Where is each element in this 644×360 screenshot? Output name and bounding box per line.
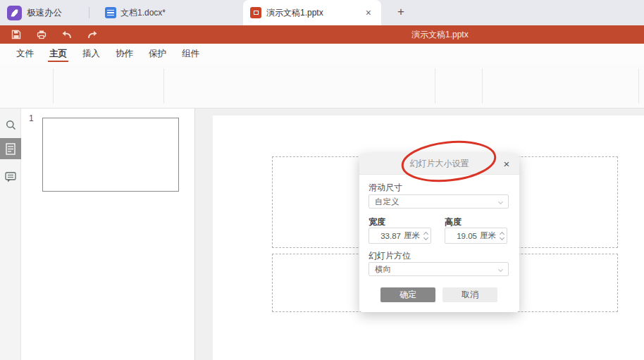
ribbon-separator — [435, 68, 435, 104]
quick-access-bar: 演示文稿1.pptx — [0, 25, 644, 44]
menu-protect[interactable]: 保护 — [141, 44, 174, 63]
search-button[interactable] — [0, 114, 21, 135]
ribbon: 粘贴 添加幻灯片 版式 放映 B I U A X² X₂ A A — [0, 63, 644, 108]
menu-bar: 文件 主页 插入 协作 保护 组件 — [0, 44, 644, 63]
slide-thumbnail[interactable] — [42, 118, 179, 192]
orientation-select[interactable]: 横向 — [369, 262, 509, 276]
rocket-icon — [10, 8, 19, 18]
menu-collaborate[interactable]: 协作 — [108, 44, 141, 63]
height-label: 高度 — [445, 216, 462, 228]
tab-bar: 极速办公 文档1.docx* 演示文稿1.pptx × + — [0, 0, 644, 25]
menu-file[interactable]: 文件 — [8, 44, 42, 63]
ribbon-separator — [53, 68, 54, 104]
ribbon-separator — [482, 68, 483, 104]
undo-button[interactable] — [58, 27, 76, 42]
width-stepper[interactable] — [423, 232, 428, 240]
tab-document-label: 文档1.docx* — [120, 7, 166, 19]
width-input[interactable]: 33.87 厘米 — [369, 228, 431, 244]
slides-panel-icon — [6, 143, 16, 155]
comment-icon — [5, 172, 16, 182]
left-tool-strip — [0, 108, 21, 360]
chevron-down-icon — [498, 199, 503, 204]
app-name: 极速办公 — [27, 7, 62, 19]
dialog-titlebar: 幻灯片大小设置 × — [359, 154, 519, 175]
print-button[interactable] — [32, 27, 51, 42]
width-label: 宽度 — [369, 216, 385, 228]
save-button[interactable] — [7, 27, 25, 42]
document-title: 演示文稿1.pptx — [411, 29, 469, 41]
menu-insert[interactable]: 插入 — [75, 44, 108, 63]
save-icon — [11, 30, 21, 39]
orientation-value: 横向 — [375, 264, 391, 275]
tab-presentation-active[interactable]: 演示文稿1.pptx × — [243, 0, 381, 25]
divider — [89, 7, 89, 18]
undo-icon — [61, 30, 73, 39]
height-unit: 厘米 — [480, 230, 496, 241]
height-stepper[interactable] — [499, 232, 504, 240]
slides-panel-button[interactable] — [0, 138, 21, 159]
size-preset-select[interactable]: 自定义 — [369, 194, 509, 209]
chevron-down-icon — [498, 266, 503, 271]
tab-document[interactable]: 文档1.docx* — [105, 7, 166, 19]
redo-button[interactable] — [83, 27, 101, 42]
dialog-close-icon[interactable]: × — [500, 158, 513, 170]
menu-components[interactable]: 组件 — [174, 44, 207, 63]
redo-icon — [87, 30, 98, 39]
step-down-icon[interactable] — [500, 235, 504, 240]
new-tab-button[interactable]: + — [392, 3, 410, 21]
comments-button[interactable] — [0, 166, 21, 187]
print-icon — [37, 30, 47, 39]
slide-number: 1 — [29, 113, 34, 123]
ppt-doc-icon — [250, 7, 261, 18]
menu-home[interactable]: 主页 — [42, 44, 75, 63]
orientation-label: 幻灯片方位 — [369, 250, 411, 262]
step-down-icon[interactable] — [423, 235, 428, 240]
ribbon-separator — [638, 68, 639, 104]
size-preset-label: 滑动尺寸 — [369, 182, 402, 194]
search-icon — [6, 120, 16, 130]
tab-close-icon[interactable]: × — [363, 7, 374, 18]
ribbon-separator — [163, 68, 164, 104]
height-value: 19.05 — [457, 232, 477, 240]
height-input[interactable]: 19.05 厘米 — [445, 228, 507, 244]
cancel-button[interactable]: 取消 — [442, 287, 497, 302]
width-unit: 厘米 — [404, 230, 420, 241]
width-value: 33.87 — [380, 232, 401, 240]
slide-size-dialog: 幻灯片大小设置 × 滑动尺寸 自定义 宽度 高度 33.87 厘米 19.05 … — [359, 154, 519, 312]
word-doc-icon — [105, 7, 116, 18]
ok-button[interactable]: 确定 — [380, 287, 435, 302]
app-logo[interactable] — [7, 6, 22, 20]
tab-presentation-label: 演示文稿1.pptx — [266, 7, 363, 19]
size-preset-value: 自定义 — [375, 197, 400, 207]
dialog-title: 幻灯片大小设置 — [410, 158, 469, 170]
